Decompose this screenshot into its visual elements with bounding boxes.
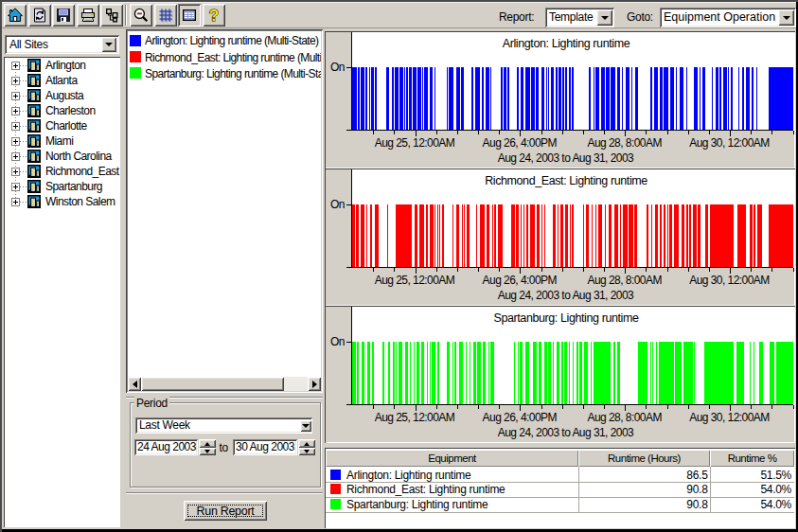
- svg-text:?: ?: [208, 8, 218, 23]
